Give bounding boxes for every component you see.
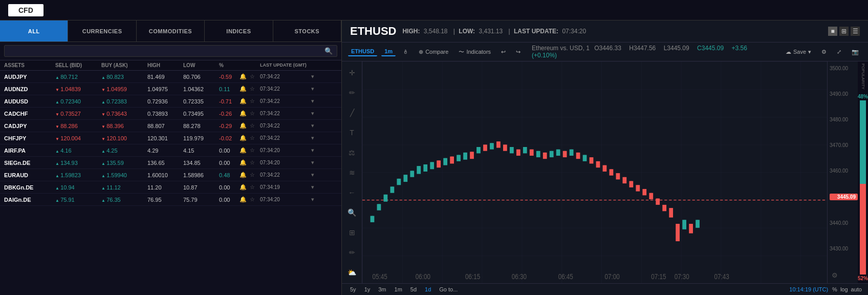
svg-rect-88 [649, 193, 653, 199]
star-icon[interactable]: ☆ [250, 184, 260, 191]
goto-btn[interactable]: Go to... [439, 286, 458, 292]
save-btn[interactable]: ☁ Save ▾ [783, 48, 814, 56]
pct-ctrl[interactable]: % [832, 286, 837, 292]
expand-icon[interactable]: ▾ [311, 196, 321, 203]
alert-icon[interactable]: 🔔 [240, 110, 250, 117]
star-icon[interactable]: ☆ [250, 147, 260, 154]
table-row[interactable]: AUDUSD 0.72340 0.72383 0.72936 0.72335 -… [0, 95, 341, 108]
pencil-tool[interactable]: ✏ [345, 86, 359, 99]
pattern-tool[interactable]: ⛅ [345, 265, 359, 279]
expand-icon[interactable]: ▾ [311, 172, 321, 178]
erase-tool[interactable]: ✏ [345, 245, 359, 259]
ruler-tool[interactable]: ⚖ [345, 145, 359, 159]
view-icon-block[interactable]: ■ [828, 27, 837, 36]
compare-btn[interactable]: ⊕ Compare [416, 48, 451, 56]
tab-stocks[interactable]: STOCKS [273, 20, 341, 41]
expand-icon[interactable]: ▾ [311, 73, 321, 80]
table-row[interactable]: AIRF.PA 4.16 4.25 4.29 4.15 0.00 🔔 ☆ 07:… [0, 144, 341, 157]
expand-icon[interactable]: ▾ [311, 135, 321, 141]
zoom-tool[interactable]: 🔍 [345, 205, 359, 219]
table-row[interactable]: AUDNZD 1.04839 1.04959 1.04975 1.04362 0… [0, 83, 341, 95]
star-icon[interactable]: ☆ [250, 110, 260, 117]
star-icon[interactable]: ☆ [250, 196, 260, 203]
tab-commodities[interactable]: COMMODITIES [137, 20, 205, 41]
more-tools[interactable]: ⊞ [345, 225, 359, 239]
star-icon[interactable]: ☆ [250, 122, 260, 129]
ohlc-c: C3445.09 [697, 45, 727, 52]
alert-icon[interactable]: 🔔 [240, 147, 250, 154]
period-5y[interactable]: 5y [348, 286, 358, 293]
symbol-btn[interactable]: ETHUSD [348, 47, 377, 56]
star-icon[interactable]: ☆ [250, 86, 260, 92]
period-3m[interactable]: 3m [376, 286, 388, 293]
tab-currencies[interactable]: CURRENCIES [68, 20, 136, 41]
table-row[interactable]: EURAUD 1.59823 1.59940 1.60010 1.58986 0… [0, 169, 341, 181]
table-row[interactable]: CADJPY 88.286 88.396 88.807 88.278 -0.29… [0, 120, 341, 132]
view-icon-grid[interactable]: ⊞ [839, 27, 849, 36]
star-icon[interactable]: ☆ [250, 172, 260, 178]
table-row[interactable]: DBKGn.DE 10.94 11.12 11.20 10.87 0.00 🔔 … [0, 181, 341, 194]
star-icon[interactable]: ☆ [250, 135, 260, 141]
redo-btn[interactable]: ↪ [513, 48, 524, 56]
timeframe-btn[interactable]: 1m [381, 47, 396, 56]
alert-icon[interactable]: 🔔 [240, 73, 250, 80]
tab-indices[interactable]: INDICES [205, 20, 273, 41]
expand-icon[interactable]: ▾ [311, 159, 321, 166]
fullscreen-btn[interactable]: ⤢ [834, 48, 844, 56]
current-price-label: 3445.09 [830, 194, 858, 200]
table-row[interactable]: DAIGn.DE 75.91 76.35 76.95 75.79 0.00 🔔 … [0, 194, 341, 206]
tab-all[interactable]: ALL [0, 20, 68, 41]
expand-icon[interactable]: ▾ [311, 98, 321, 104]
star-icon[interactable]: ☆ [250, 159, 260, 166]
text-tool[interactable]: T [345, 125, 359, 139]
settings-btn[interactable]: ⚙ [818, 48, 830, 56]
alert-icon[interactable]: 🔔 [240, 86, 250, 92]
alert-icon[interactable]: 🔔 [240, 196, 250, 203]
back-tool[interactable]: ← [345, 185, 359, 199]
search-input[interactable] [9, 48, 324, 55]
period-5d[interactable]: 5d [408, 286, 419, 293]
low-price: 1.04362 [183, 86, 219, 92]
trend-tool[interactable]: ╱ [345, 106, 359, 119]
settings-price-icon[interactable]: ⚙ [832, 271, 856, 279]
buy-price: 0.72383 [101, 98, 147, 104]
compare-bars-btn[interactable]: 🕯 [400, 48, 411, 56]
svg-rect-64 [570, 150, 574, 156]
table-row[interactable]: AUDJPY 80.712 80.823 81.469 80.706 -0.59… [0, 71, 341, 83]
star-icon[interactable]: ☆ [250, 73, 260, 80]
indicators-btn[interactable]: 〜 Indicators [455, 47, 494, 57]
alert-icon[interactable]: 🔔 [240, 184, 250, 191]
expand-icon[interactable]: ▾ [311, 110, 321, 117]
crosshair-tool[interactable]: ✛ [345, 66, 359, 79]
low-price: 80.706 [183, 74, 219, 80]
auto-ctrl[interactable]: auto [851, 286, 862, 292]
expand-icon[interactable]: ▾ [311, 122, 321, 129]
table-row[interactable]: SIEGn.DE 134.93 135.59 136.65 134.85 0.0… [0, 157, 341, 169]
screenshot-btn[interactable]: 📷 [849, 48, 862, 56]
low-price: 1.58986 [183, 172, 219, 178]
update-time: 07:34:19 [260, 184, 311, 190]
table-row[interactable]: CADCHF 0.73527 0.73643 0.73893 0.73495 -… [0, 108, 341, 120]
period-1d[interactable]: 1d [423, 286, 433, 293]
view-icon-list[interactable]: ☰ [851, 27, 860, 36]
undo-btn[interactable]: ↩ [498, 48, 509, 56]
alert-icon[interactable]: 🔔 [240, 135, 250, 141]
svg-text:06:00: 06:00 [416, 272, 430, 281]
svg-rect-44 [503, 144, 507, 151]
alert-icon[interactable]: 🔔 [240, 172, 250, 178]
asset-name: AUDJPY [4, 74, 55, 80]
star-icon[interactable]: ☆ [250, 98, 260, 104]
expand-icon[interactable]: ▾ [311, 147, 321, 154]
fibonacci-tool[interactable]: ≋ [345, 165, 359, 179]
expand-icon[interactable]: ▾ [311, 184, 321, 191]
col-header-low: LOW [183, 62, 219, 68]
period-1y[interactable]: 1y [362, 286, 373, 293]
svg-rect-34 [470, 152, 474, 159]
alert-icon[interactable]: 🔔 [240, 98, 250, 104]
expand-icon[interactable]: ▾ [311, 86, 321, 92]
alert-icon[interactable]: 🔔 [240, 159, 250, 166]
log-ctrl[interactable]: log [840, 286, 848, 292]
alert-icon[interactable]: 🔔 [240, 122, 250, 129]
table-row[interactable]: CHFJPY 120.004 120.100 120.301 119.979 -… [0, 132, 341, 144]
period-1m[interactable]: 1m [393, 286, 404, 293]
